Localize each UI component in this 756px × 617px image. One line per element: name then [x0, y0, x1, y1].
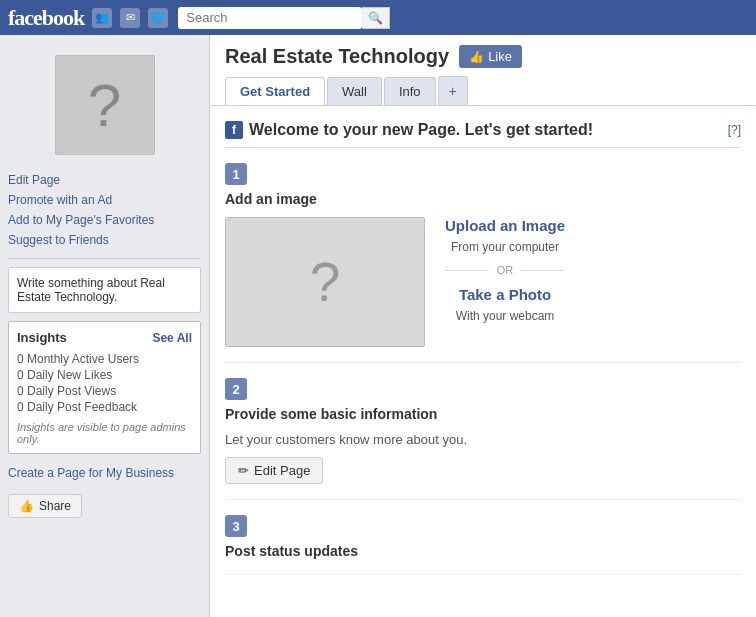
friends-icon[interactable]: 👥: [92, 8, 112, 28]
globe-icon[interactable]: 🌐: [148, 8, 168, 28]
insights-header: Insights See All: [17, 330, 192, 345]
like-button[interactable]: 👍 Like: [459, 45, 522, 68]
welcome-title-row: f Welcome to your new Page. Let's get st…: [225, 121, 593, 139]
promote-ad-link[interactable]: Promote with an Ad: [8, 190, 201, 210]
share-icon: 👍: [19, 499, 34, 513]
create-page-link[interactable]: Create a Page for My Business: [8, 462, 201, 484]
edit-page-button-label: Edit Page: [254, 463, 310, 478]
tab-info[interactable]: Info: [384, 77, 436, 105]
main-content: Real Estate Technology 👍 Like Get Starte…: [210, 35, 756, 617]
page-title: Real Estate Technology: [225, 45, 449, 68]
step-1-content: ? Upload an Image From your computer OR …: [225, 217, 741, 347]
like-icon: 👍: [469, 50, 484, 64]
suggest-friends-link[interactable]: Suggest to Friends: [8, 230, 201, 250]
insights-row-1: 0 Daily New Likes: [17, 367, 192, 383]
insights-section: Insights See All 0 Monthly Active Users …: [8, 321, 201, 454]
page-body: f Welcome to your new Page. Let's get st…: [210, 106, 756, 605]
search-button[interactable]: 🔍: [362, 7, 390, 29]
edit-page-link[interactable]: Edit Page: [8, 170, 201, 190]
main-layout: ? Edit Page Promote with an Ad Add to My…: [0, 35, 756, 617]
step-3-section: 3 Post status updates: [225, 515, 741, 575]
nav-icons-group: 👥 ✉ 🌐: [92, 8, 168, 28]
profile-pic-area: ?: [8, 45, 201, 170]
sidebar: ? Edit Page Promote with an Ad Add to My…: [0, 35, 210, 617]
insights-title-label: Insights: [17, 330, 67, 345]
insights-note: Insights are visible to page admins only…: [17, 421, 192, 445]
welcome-title-text: Welcome to your new Page. Let's get star…: [249, 121, 593, 139]
edit-page-button[interactable]: ✏ Edit Page: [225, 457, 323, 484]
page-header: Real Estate Technology 👍 Like Get Starte…: [210, 35, 756, 106]
profile-picture-placeholder: ?: [55, 55, 155, 155]
search-wrapper: 🔍: [178, 7, 390, 29]
search-input[interactable]: [178, 7, 362, 29]
sidebar-divider-1: [8, 258, 201, 259]
help-badge[interactable]: [?]: [728, 123, 741, 137]
tab-get-started[interactable]: Get Started: [225, 77, 325, 105]
or-line-right: [521, 270, 565, 271]
tab-wall[interactable]: Wall: [327, 77, 382, 105]
top-navigation: facebook 👥 ✉ 🌐 🔍: [0, 0, 756, 35]
about-box: Write something about Real Estate Techno…: [8, 267, 201, 313]
add-favorites-link[interactable]: Add to My Page's Favorites: [8, 210, 201, 230]
welcome-header: f Welcome to your new Page. Let's get st…: [225, 121, 741, 148]
step-2-title: Provide some basic information: [225, 406, 741, 422]
insights-see-all-link[interactable]: See All: [152, 331, 192, 345]
page-tabs: Get Started Wall Info +: [225, 76, 741, 105]
insights-row-2: 0 Daily Post Views: [17, 383, 192, 399]
upload-options: Upload an Image From your computer OR Ta…: [445, 217, 565, 323]
take-photo-link[interactable]: Take a Photo: [459, 286, 551, 303]
step-1-title: Add an image: [225, 191, 741, 207]
step-2-section: 2 Provide some basic information Let you…: [225, 378, 741, 500]
upload-image-sub: From your computer: [451, 240, 559, 254]
or-line-left: [445, 270, 489, 271]
take-photo-sub: With your webcam: [456, 309, 555, 323]
facebook-logo: facebook: [8, 5, 84, 31]
about-text: Write something about Real Estate Techno…: [17, 276, 165, 304]
like-button-label: Like: [488, 49, 512, 64]
step-3-title: Post status updates: [225, 543, 741, 559]
image-placeholder: ?: [225, 217, 425, 347]
or-text: OR: [497, 264, 514, 276]
edit-icon: ✏: [238, 463, 249, 478]
step-1-section: 1 Add an image ? Upload an Image From yo…: [225, 163, 741, 363]
step-3-number: 3: [225, 515, 247, 537]
messages-icon[interactable]: ✉: [120, 8, 140, 28]
upload-image-link[interactable]: Upload an Image: [445, 217, 565, 234]
insights-row-3: 0 Daily Post Feedback: [17, 399, 192, 415]
or-divider: OR: [445, 264, 565, 276]
page-title-row: Real Estate Technology 👍 Like: [225, 45, 741, 68]
step-2-description: Let your customers know more about you.: [225, 432, 741, 447]
share-button[interactable]: 👍 Share: [8, 494, 82, 518]
insights-row-0: 0 Monthly Active Users: [17, 351, 192, 367]
step-2-number: 2: [225, 378, 247, 400]
fb-small-icon: f: [225, 121, 243, 139]
tab-add[interactable]: +: [438, 76, 468, 105]
share-button-label: Share: [39, 499, 71, 513]
step-1-number: 1: [225, 163, 247, 185]
